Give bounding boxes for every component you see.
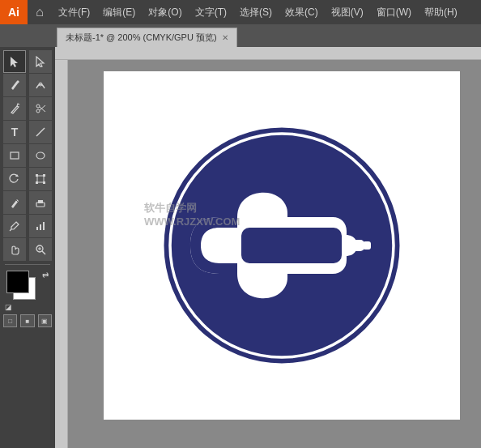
zoom-tool[interactable]: [29, 238, 52, 261]
transform-tool[interactable]: [29, 168, 52, 190]
brush-tool[interactable]: [3, 97, 26, 120]
svg-rect-20: [36, 227, 38, 230]
menu-text[interactable]: 文字(T): [189, 0, 233, 24]
menu-help[interactable]: 帮助(H): [418, 0, 464, 24]
document-tab[interactable]: 未标题-1* @ 200% (CMYK/GPU 预览) ✕: [57, 28, 237, 47]
direct-selection-tool[interactable]: [29, 50, 52, 73]
svg-rect-22: [43, 222, 45, 230]
tool-row-2: [3, 74, 52, 96]
color-swap-icon[interactable]: ⇄: [42, 271, 49, 279]
curvature-tool[interactable]: [29, 74, 52, 96]
tool-row-3: [3, 97, 52, 120]
hand-tool[interactable]: [3, 238, 26, 261]
menu-object[interactable]: 对象(O): [142, 0, 188, 24]
line-tool[interactable]: [29, 121, 52, 143]
svg-rect-8: [11, 152, 19, 159]
tab-close-button[interactable]: ✕: [222, 33, 228, 42]
tab-label: 未标题-1* @ 200% (CMYK/GPU 预览): [66, 32, 217, 44]
svg-point-4: [36, 109, 40, 113]
canvas-area: 软牛自学网 WWW.RJZXW.COM: [55, 47, 481, 448]
full-screen-menu[interactable]: ■: [20, 314, 34, 327]
graph-tool[interactable]: [29, 215, 52, 237]
tool-separator-1: [5, 264, 50, 265]
tool-row-8: [3, 215, 52, 237]
svg-line-24: [42, 251, 45, 254]
svg-rect-15: [43, 181, 45, 184]
svg-rect-21: [40, 224, 41, 230]
svg-rect-12: [36, 174, 38, 177]
svg-line-19: [10, 229, 11, 231]
ellipse-tool[interactable]: [29, 144, 52, 167]
svg-rect-11: [37, 176, 44, 182]
menu-bar: Ai ⌂ 文件(F) 编辑(E) 对象(O) 文字(T) 选择(S) 效果(C)…: [0, 0, 481, 24]
default-colors-icon[interactable]: ◪: [5, 303, 12, 311]
menu-file[interactable]: 文件(F): [52, 0, 96, 24]
pencil-tool[interactable]: [3, 191, 26, 214]
menu-items: 文件(F) 编辑(E) 对象(O) 文字(T) 选择(S) 效果(C) 视图(V…: [52, 0, 481, 24]
ruler-top: [55, 47, 481, 60]
foreground-color-swatch[interactable]: [6, 271, 29, 293]
svg-line-7: [36, 128, 45, 136]
svg-rect-14: [36, 181, 38, 184]
tool-row-9: [3, 238, 52, 261]
tool-row-6: [3, 168, 52, 190]
scissors-tool[interactable]: [29, 97, 52, 120]
menu-view[interactable]: 视图(V): [325, 0, 370, 24]
color-area: ⇄ ◪: [3, 271, 52, 311]
svg-point-9: [36, 152, 45, 159]
toolbar: T: [0, 47, 55, 448]
selection-tool[interactable]: [3, 50, 26, 73]
rotate-tool[interactable]: [3, 168, 26, 190]
type-tool[interactable]: T: [3, 121, 26, 143]
menu-edit[interactable]: 编辑(E): [96, 0, 142, 24]
menu-select[interactable]: 选择(S): [233, 0, 279, 24]
ruler-left: [55, 60, 68, 448]
menu-effect[interactable]: 效果(C): [279, 0, 325, 24]
tool-row-1: [3, 50, 52, 73]
eraser-tool[interactable]: [29, 191, 52, 214]
main-area: T: [0, 47, 481, 448]
eyedropper-tool[interactable]: [3, 215, 26, 237]
artboard: [104, 71, 460, 420]
rectangle-tool[interactable]: [3, 144, 26, 167]
home-icon[interactable]: ⌂: [28, 0, 52, 24]
screen-mode-row: □ ■ ▣: [3, 314, 52, 327]
svg-marker-0: [11, 57, 18, 67]
tool-row-5: [3, 144, 52, 167]
full-screen[interactable]: ▣: [38, 314, 52, 327]
menu-window[interactable]: 窗口(W): [370, 0, 418, 24]
logo-text: Ai: [8, 6, 19, 19]
normal-screen-mode[interactable]: □: [3, 314, 17, 327]
svg-marker-1: [36, 57, 44, 67]
tool-row-4: T: [3, 121, 52, 143]
svg-rect-13: [43, 174, 45, 177]
pen-tool[interactable]: [3, 74, 26, 96]
svg-point-3: [36, 105, 40, 108]
svg-rect-18: [38, 200, 43, 203]
tab-bar: 未标题-1* @ 200% (CMYK/GPU 预览) ✕: [0, 24, 481, 47]
logo-artwork: [160, 124, 403, 367]
app-logo: Ai: [0, 0, 28, 24]
tool-row-7: [3, 191, 52, 214]
